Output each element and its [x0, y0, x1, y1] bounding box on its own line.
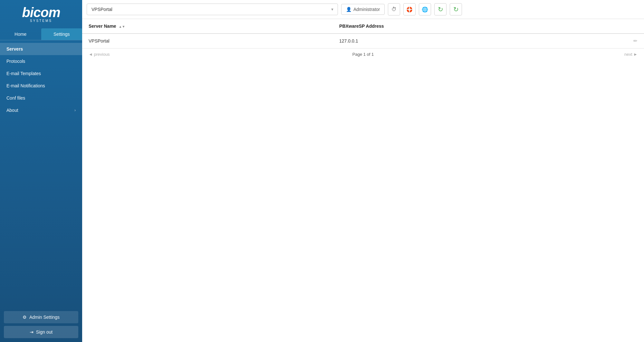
user-icon: 👤 — [346, 7, 351, 12]
support-button[interactable]: 🛟 — [403, 3, 416, 15]
sign-out-button[interactable]: ⇥ Sign out — [4, 326, 78, 338]
refresh-button-2[interactable]: ↻ — [450, 3, 462, 15]
chevron-right-icon: › — [74, 108, 76, 112]
sidebar-item-email-templates[interactable]: E-mail Templates — [0, 67, 82, 80]
pagination-info: Page 1 of 1 — [352, 52, 374, 57]
admin-settings-button[interactable]: ⚙ Admin Settings — [4, 311, 78, 323]
header-bar: VPSPortal 👤 Administrator ⏱ 🛟 🌐 ↻ ↻ — [82, 0, 644, 19]
globe-button[interactable]: 🌐 — [419, 3, 431, 15]
cell-edit[interactable]: ✏ — [625, 34, 644, 48]
logo: bicom SYSTEMS — [22, 6, 60, 23]
nav-settings[interactable]: Settings — [41, 28, 82, 40]
table-row: VPSPortal 127.0.0.1 ✏ — [82, 34, 644, 48]
edit-icon[interactable]: ✏ — [633, 38, 638, 44]
top-nav: Home Settings — [0, 28, 82, 40]
server-dropdown[interactable]: VPSPortal — [87, 4, 338, 15]
table-content: Server Name ▲▼ PBXwareSP Address VPSPort… — [82, 19, 644, 342]
sort-icons: ▲▼ — [119, 25, 125, 28]
pagination-next[interactable]: next ► — [624, 52, 638, 57]
main-content: VPSPortal 👤 Administrator ⏱ 🛟 🌐 ↻ ↻ — [82, 0, 644, 342]
sidebar: bicom SYSTEMS Home Settings Servers Prot… — [0, 0, 82, 342]
clock-button[interactable]: ⏱ — [388, 3, 400, 15]
table-body: VPSPortal 127.0.0.1 ✏ — [82, 34, 644, 48]
logo-area: bicom SYSTEMS — [0, 0, 82, 28]
column-actions — [625, 19, 644, 34]
server-dropdown-wrapper: VPSPortal — [87, 4, 338, 15]
cell-server-name: VPSPortal — [82, 34, 333, 48]
refresh-icon-1: ↻ — [438, 5, 443, 13]
nav-home[interactable]: Home — [0, 28, 41, 40]
globe-icon: 🌐 — [422, 6, 428, 13]
refresh-icon-2: ↻ — [453, 5, 459, 13]
table-header-row: Server Name ▲▼ PBXwareSP Address — [82, 19, 644, 34]
pagination-row: ◄ previous Page 1 of 1 next ► — [82, 48, 644, 60]
pagination-wrapper: ◄ previous Page 1 of 1 next ► — [89, 52, 638, 57]
sidebar-item-servers[interactable]: Servers — [0, 43, 82, 55]
cell-address: 127.0.0.1 — [333, 34, 625, 48]
column-pbxware-address: PBXwareSP Address — [333, 19, 625, 34]
column-server-name[interactable]: Server Name ▲▼ — [82, 19, 333, 34]
user-badge: 👤 Administrator — [341, 4, 385, 15]
sign-out-icon: ⇥ — [30, 329, 34, 335]
support-icon: 🛟 — [406, 6, 413, 13]
sidebar-item-protocols[interactable]: Protocols — [0, 55, 82, 67]
sidebar-item-email-notifications[interactable]: E-mail Notifications — [0, 80, 82, 92]
servers-table: Server Name ▲▼ PBXwareSP Address VPSPort… — [82, 19, 644, 48]
refresh-button-1[interactable]: ↻ — [434, 3, 447, 15]
sidebar-item-conf-files[interactable]: Conf files — [0, 92, 82, 104]
clock-icon: ⏱ — [391, 6, 397, 12]
user-label: Administrator — [353, 7, 380, 12]
gear-icon: ⚙ — [23, 315, 27, 320]
logo-text: bicom SYSTEMS — [22, 6, 60, 23]
sidebar-footer: ⚙ Admin Settings ⇥ Sign out — [0, 307, 82, 342]
sidebar-menu: Servers Protocols E-mail Templates E-mai… — [0, 43, 82, 307]
sidebar-item-about[interactable]: About › — [0, 104, 82, 116]
pagination-previous[interactable]: ◄ previous — [89, 52, 110, 57]
